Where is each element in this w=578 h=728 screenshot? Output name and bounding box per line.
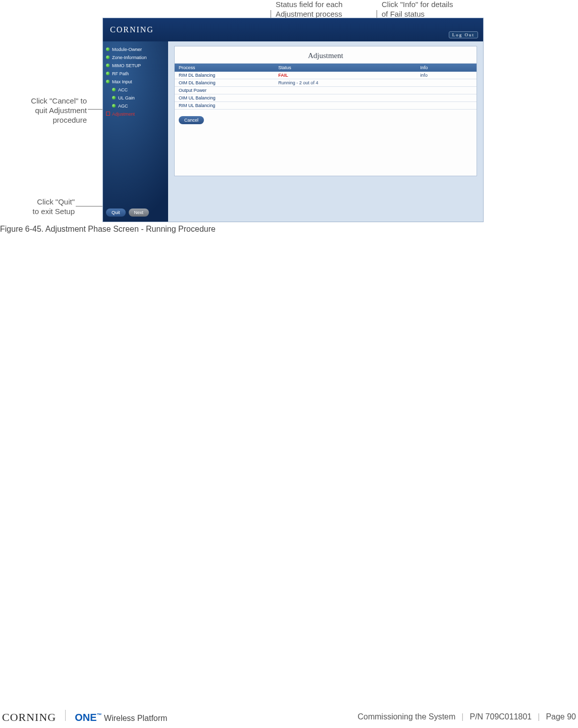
- cell-info: [416, 87, 477, 94]
- col-process: Process: [175, 64, 274, 72]
- cell-status: [274, 102, 416, 110]
- sidebar-item-module-owner[interactable]: Module-Owner: [103, 45, 168, 54]
- app-header: CORNING Log Out: [103, 18, 483, 41]
- content-area: Adjustment Process Status Info RIM DL Ba…: [168, 41, 483, 222]
- sidebar-item-mimo-setup[interactable]: MIMO SETUP: [103, 62, 168, 70]
- app-window: CORNING Log Out Module-Owner Zone-Inform…: [102, 18, 484, 222]
- app-brand: CORNING: [110, 25, 154, 34]
- status-dot-icon: [106, 80, 110, 83]
- adjustment-panel: Adjustment Process Status Info RIM DL Ba…: [174, 46, 477, 176]
- status-dot-icon: [112, 96, 116, 99]
- footer-product: ONE™ Wireless Platform: [75, 712, 167, 723]
- sidebar: Module-Owner Zone-Information MIMO SETUP…: [103, 41, 168, 222]
- adjustment-table: Process Status Info RIM DL Balancing FAI…: [175, 64, 477, 110]
- table-row: OIM DL Balancing Running - 2 out of 4: [175, 79, 477, 87]
- table-row: OIM UL Balancing: [175, 94, 477, 102]
- panel-title: Adjustment: [175, 46, 477, 64]
- status-dot-icon: [106, 56, 110, 59]
- sidebar-item-rf-path[interactable]: RF Path: [103, 70, 168, 78]
- footer-pn: P/N 709C011801: [469, 712, 532, 721]
- callout-info-line1: Click "Info" for details: [382, 0, 453, 9]
- sidebar-item-zone-information[interactable]: Zone-Information: [103, 54, 168, 62]
- callout-info: Click "Info" for details of Fail status: [382, 0, 453, 19]
- footer-section: Commissioning the System: [357, 712, 455, 721]
- status-dot-icon: [106, 47, 110, 51]
- sidebar-item-label: RF Path: [112, 71, 129, 76]
- status-dot-icon: [106, 64, 110, 67]
- cell-process: RIM UL Balancing: [175, 102, 274, 110]
- callout-quit-line1: Click "Quit": [37, 197, 75, 206]
- footer-product-tag: Wireless Platform: [104, 714, 167, 722]
- info-link[interactable]: info: [420, 73, 428, 78]
- next-button[interactable]: Next: [129, 209, 149, 217]
- sidebar-item-ul-gain[interactable]: UL Gain: [103, 94, 168, 102]
- sidebar-item-label: Zone-Information: [112, 55, 147, 60]
- callout-cancel-line1: Click "Cancel" to: [31, 96, 87, 105]
- callout-status-line1: Status field for each: [276, 0, 343, 9]
- logout-button[interactable]: Log Out: [449, 31, 478, 38]
- cell-status: Running - 2 out of 4: [274, 79, 416, 87]
- figure-caption: Figure 6-45. Adjustment Phase Screen - R…: [0, 225, 216, 234]
- cell-info: info: [416, 72, 477, 79]
- cancel-button[interactable]: Cancel: [179, 116, 204, 124]
- callout-cancel-line3: procedure: [52, 116, 87, 124]
- sidebar-item-label: MIMO SETUP: [112, 63, 141, 68]
- cell-status: FAIL: [274, 72, 416, 79]
- sidebar-item-label: AGC: [118, 103, 128, 109]
- cell-process: RIM DL Balancing: [175, 72, 274, 79]
- callout-cancel-line2: quit Adjustment: [35, 106, 87, 115]
- table-row: RIM DL Balancing FAIL info: [175, 72, 477, 79]
- status-dot-icon: [106, 72, 110, 75]
- footer-brand: CORNING: [2, 711, 56, 724]
- table-row: Output Power: [175, 87, 477, 94]
- sidebar-item-label: Max Input: [112, 79, 132, 84]
- footer-product-one: ONE™: [75, 712, 101, 723]
- callout-quit-line2: to exit Setup: [33, 207, 75, 216]
- sidebar-item-agc[interactable]: AGC: [103, 102, 168, 110]
- divider: |: [538, 712, 540, 721]
- quit-button[interactable]: Quit: [106, 209, 126, 217]
- page-footer: CORNING ONE™ Wireless Platform Commissio…: [0, 706, 578, 728]
- divider: |: [461, 712, 463, 721]
- callout-quit: Click "Quit" to exit Setup: [20, 197, 75, 217]
- sidebar-item-acc[interactable]: ACC: [103, 86, 168, 94]
- cell-status: [274, 87, 416, 94]
- status-dot-icon: [112, 104, 116, 108]
- cell-status: [274, 94, 416, 102]
- sidebar-item-label: Adjustment: [112, 112, 135, 117]
- sidebar-item-label: Module-Owner: [112, 47, 142, 52]
- col-status: Status: [274, 64, 416, 72]
- status-dot-icon: [112, 88, 116, 91]
- sidebar-item-adjustment[interactable]: Adjustment: [103, 110, 168, 118]
- sidebar-item-label: ACC: [118, 87, 128, 92]
- cell-info: [416, 102, 477, 110]
- callout-cancel: Click "Cancel" to quit Adjustment proced…: [21, 96, 87, 125]
- callout-status-line2: Adjustment process: [276, 10, 342, 18]
- sidebar-item-label: UL Gain: [118, 95, 135, 100]
- cell-process: OIM UL Balancing: [175, 94, 274, 102]
- callout-info-line2: of Fail status: [382, 10, 425, 18]
- table-row: RIM UL Balancing: [175, 102, 477, 110]
- callout-status: Status field for each Adjustment process: [276, 0, 343, 19]
- footer-page: Page 90: [546, 712, 576, 721]
- cell-info: [416, 79, 477, 87]
- sidebar-item-max-input[interactable]: Max Input: [103, 78, 168, 86]
- cell-process: OIM DL Balancing: [175, 79, 274, 87]
- col-info: Info: [416, 64, 477, 72]
- cell-info: [416, 94, 477, 102]
- cell-process: Output Power: [175, 87, 274, 94]
- active-box-icon: [106, 112, 110, 116]
- divider: [65, 710, 66, 721]
